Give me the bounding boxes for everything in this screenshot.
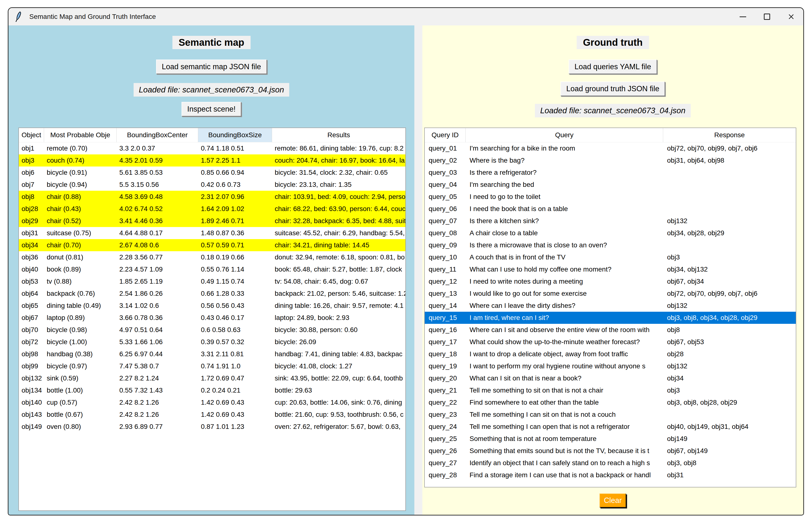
table-row[interactable]: obj143 bottle (0.67) 2.42 8.2 1.26 1.42 … [19,409,405,421]
cell-object: obj31 [19,227,44,239]
close-button[interactable] [779,8,803,25]
column-header-most-probable-object[interactable]: Most Probable Obje [44,128,117,142]
cell-results: bicycle: 41.08, clock: 1.27 [272,360,405,372]
table-row[interactable]: query_18 I want to drop a delicate objec… [425,348,796,360]
table-row[interactable]: query_06 I need the book that is on a ta… [425,203,796,215]
table-row[interactable]: query_17 What could show the up-to-the-m… [425,336,796,348]
table-row[interactable]: query_07 Is there a kitchen sink? obj132 [425,215,796,227]
table-row[interactable]: obj67 laptop (0.89) 3.66 0.78 0.36 0.43 … [19,312,405,324]
table-row[interactable]: query_16 Where can I sit and observe the… [425,324,796,336]
minimize-button[interactable] [731,8,755,25]
table-row[interactable]: obj72 bicycle (1.00) 5.33 1.66 1.06 0.39… [19,336,405,348]
cell-size: 0.6 0.58 0.63 [198,324,272,336]
cell-label: sink (0.59) [44,372,117,384]
column-header-object[interactable]: Object [19,128,44,142]
table-row[interactable]: query_12 I need to write notes during a … [425,275,796,288]
table-row[interactable]: query_23 Tell me something I can sit on … [425,409,796,421]
window-content: Semantic map Load semantic map JSON file… [8,25,803,515]
column-header-query-id[interactable]: Query ID [425,128,466,142]
semantic-map-table-body: obj1 remote (0.70) 3.3 2.0 0.37 0.74 1.1… [19,142,405,433]
table-row[interactable]: obj134 bottle (1.00) 0.55 7.32 1.43 0.2 … [19,384,405,396]
table-row[interactable]: query_21 Tell me something to sit on tha… [425,384,796,396]
table-row[interactable]: obj149 oven (0.80) 2.93 6.89 0.77 0.87 1… [19,421,405,433]
cell-query: Identify an object that I can safely sta… [466,457,663,469]
table-row[interactable]: obj40 book (0.89) 2.23 4.57 1.09 0.55 0.… [19,263,405,275]
table-row[interactable]: query_27 Identify an object that I can s… [425,457,796,469]
cell-response: obj28 [663,348,796,360]
table-row[interactable]: query_03 Is there a refrigerator? [425,166,796,179]
table-row[interactable]: query_11 What can I use to hold my coffe… [425,263,796,275]
table-row[interactable]: query_05 I need to go to the toilet [425,191,796,203]
cell-response: obj40, obj149, obj31, obj64 [663,421,796,433]
semantic-map-table: Object Most Probable Obje BoundingBoxCen… [18,128,406,511]
table-row[interactable]: obj29 chair (0.52) 3.41 4.46 0.36 1.89 2… [19,215,405,227]
table-row[interactable]: query_08 A chair close to a table obj34,… [425,227,796,239]
load-semantic-map-button[interactable]: Load semantic map JSON file [156,59,267,74]
table-row[interactable]: obj36 donut (0.81) 2.28 3.56 0.77 0.18 0… [19,251,405,263]
table-row[interactable]: query_22 Find somewhere to eat other tha… [425,396,796,409]
table-row[interactable]: query_14 Where can I leave the dirty dis… [425,300,796,312]
cell-object: obj53 [19,275,44,288]
table-row[interactable]: obj132 sink (0.59) 2.27 8.2 1.24 1.72 0.… [19,372,405,384]
table-row[interactable]: query_19 I want to perform my oral hygie… [425,360,796,372]
table-row[interactable]: obj31 suitcase (0.75) 4.64 4.88 0.17 1.4… [19,227,405,239]
cell-response: obj72, obj70, obj99, obj7, obj6 [663,288,796,300]
cell-object: obj8 [19,191,44,203]
table-row[interactable]: query_15 I am tired, where can I sit? ob… [425,312,796,324]
table-row[interactable]: query_01 I'm searching for a bike in the… [425,142,796,155]
table-row[interactable]: obj1 remote (0.70) 3.3 2.0 0.37 0.74 1.1… [19,142,405,155]
cell-query: I want to perform my oral hygiene routin… [466,360,663,372]
table-row[interactable]: query_28 Find a storage item I can use t… [425,469,796,481]
cell-results: bicycle: 26.09 [272,336,405,348]
table-row[interactable]: query_04 I'm searching the bed [425,179,796,191]
window-controls [731,8,803,25]
cell-response [663,191,796,203]
semantic-map-title: Semantic map [172,36,251,49]
table-row[interactable]: obj8 chair (0.88) 4.58 3.69 0.48 2.31 2.… [19,191,405,203]
table-row[interactable]: obj98 handbag (0.38) 6.25 6.97 0.44 3.31… [19,348,405,360]
table-row[interactable]: query_24 Tell me something I can open th… [425,421,796,433]
load-ground-truth-button[interactable]: Load ground truth JSON file [561,82,665,96]
column-header-boundingboxcenter[interactable]: BoundingBoxCenter [117,128,198,142]
maximize-button[interactable] [755,8,779,25]
column-header-results[interactable]: Results [272,128,405,142]
cell-response: obj8 [663,324,796,336]
column-header-response[interactable]: Response [663,128,796,142]
cell-query: Where can I leave the dirty dishes? [466,300,663,312]
table-row[interactable]: query_13 I would like to go out for some… [425,288,796,300]
inspect-scene-button[interactable]: Inspect scene! [182,102,241,116]
table-row[interactable]: obj99 bicycle (0.97) 7.47 5.38 0.7 0.74 … [19,360,405,372]
cell-query-id: query_07 [425,215,466,227]
clear-button[interactable]: Clear [599,493,626,507]
column-header-boundingboxsize[interactable]: BoundingBoxSize [198,128,272,142]
cell-query-id: query_03 [425,166,466,179]
column-header-query[interactable]: Query [466,128,663,142]
table-row[interactable]: obj7 bicycle (0.94) 5.5 3.15 0.56 0.42 0… [19,179,405,191]
cell-results: tv: 54.08, chair: 6.45, dog: 0.67 [272,275,405,288]
cell-response: obj3 [663,251,796,263]
table-row[interactable]: query_02 Where is the bag? obj31, obj64,… [425,155,796,166]
table-row[interactable]: obj140 cup (0.57) 2.42 8.2 1.26 1.42 0.6… [19,396,405,409]
table-row[interactable]: obj34 chair (0.70) 2.67 4.08 0.6 0.57 0.… [19,239,405,251]
table-row[interactable]: obj65 dining table (0.49) 3.14 1.02 0.6 … [19,300,405,312]
table-row[interactable]: query_09 Is there a microwave that is cl… [425,239,796,251]
table-row[interactable]: obj28 chair (0.43) 4.02 6.74 0.52 1.64 2… [19,203,405,215]
table-row[interactable]: obj53 tv (0.88) 1.85 2.65 1.19 0.49 1.15… [19,275,405,288]
table-row[interactable]: obj3 couch (0.74) 4.35 2.01 0.59 1.57 2.… [19,155,405,166]
load-queries-button[interactable]: Load queries YAML file [569,59,657,74]
cell-label: book (0.89) [44,263,117,275]
table-row[interactable]: query_20 What can I sit on that is near … [425,372,796,384]
table-row[interactable]: query_10 A couch that is in front of the… [425,251,796,263]
cell-results: bicycle: 31.54, clock: 2.32, chair: 0.65 [272,166,405,179]
cell-query-id: query_16 [425,324,466,336]
cell-query-id: query_05 [425,191,466,203]
cell-query: Tell me something I can open that is not… [466,421,663,433]
table-row[interactable]: obj6 bicycle (0.91) 5.61 3.85 0.53 0.85 … [19,166,405,179]
cell-center: 4.58 3.69 0.48 [117,191,198,203]
table-row[interactable]: obj70 bicycle (0.98) 4.97 0.51 0.64 0.6 … [19,324,405,336]
cell-query: I would like to go out for some exercise [466,288,663,300]
table-row[interactable]: query_25 Something that is not at room t… [425,433,796,445]
table-row[interactable]: query_26 Something that emits sound but … [425,445,796,457]
table-row[interactable]: obj64 backpack (0.76) 2.54 1.86 0.26 0.6… [19,288,405,300]
cell-response: obj31, obj64, obj98 [663,155,796,166]
